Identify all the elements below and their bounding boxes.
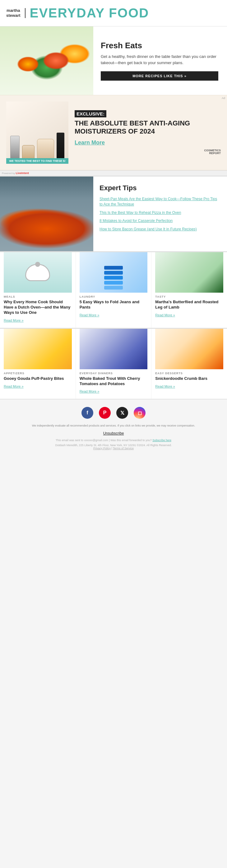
footer-legal-text: We independently evaluate all recommende… <box>20 424 207 428</box>
social-icons-row: f P 𝕏 ◻ <box>6 407 221 419</box>
col-img-snickerdoodle <box>155 329 223 369</box>
col-title-5: Whole Baked Trout With Cherry Tomatoes a… <box>79 376 148 387</box>
footer: f P 𝕏 ◻ We independently evaluate all re… <box>0 399 227 455</box>
powered-by-bar: Powered by LiveIntent <box>0 170 227 176</box>
expert-tip-1[interactable]: Sheet-Pan Meals Are the Easiest Way to C… <box>99 196 221 207</box>
cosmetics-report-brand: COSMETICS REPORT <box>204 149 221 155</box>
col-item-snickerdoodle: EASY DESSERTS Snickerdoodle Crumb Bars R… <box>152 329 227 399</box>
x-twitter-icon[interactable]: 𝕏 <box>116 407 128 419</box>
cosmetics-brand-name2: REPORT <box>204 152 221 155</box>
trout-photo <box>79 329 148 369</box>
ad-products-photo <box>6 101 68 164</box>
subscribe-here-link[interactable]: Subscribe here <box>152 439 171 442</box>
col-category-6: EASY DESSERTS <box>155 372 223 375</box>
col-item-laundry: LAUNDRY 5 Easy Ways to Fold Jeans and Pa… <box>76 252 152 328</box>
col-img-lamb <box>155 252 223 293</box>
col-title-2: 5 Easy Ways to Fold Jeans and Pants <box>79 300 148 310</box>
pinterest-icon[interactable]: P <box>99 407 111 419</box>
liveintent-logo: LiveIntent <box>15 172 29 175</box>
footer-address: Dotdash Meredith, 225 Liberty St. 4th Fl… <box>6 444 221 450</box>
col-read-more-2[interactable]: Read More » <box>79 313 99 317</box>
col-read-more-1[interactable]: Read More » <box>4 318 24 322</box>
col-read-more-3[interactable]: Read More » <box>155 313 175 317</box>
facebook-icon[interactable]: f <box>82 407 93 419</box>
product-jar-big <box>37 139 54 161</box>
dutch-oven-photo <box>4 252 72 293</box>
product-jar-tall <box>57 133 64 161</box>
expert-tip-3[interactable]: 8 Mistakes to Avoid for Casserole Perfec… <box>99 218 221 223</box>
col-item-lamb: TASTY Martha's Butterflied and Roasted L… <box>152 252 227 328</box>
unsubscribe-link[interactable]: Unsubscribe <box>6 431 221 436</box>
terms-of-service-link[interactable]: Terms of Service <box>113 447 134 450</box>
col-item-trout: EVERYDAY DINNERS Whole Baked Trout With … <box>76 329 152 399</box>
powered-by-label: Powered by <box>2 172 15 175</box>
laundry-fold-3 <box>104 276 123 280</box>
col-img-dutch-oven <box>4 252 72 293</box>
casserole-photo <box>0 177 93 251</box>
col-img-trout <box>79 329 148 369</box>
ad-image-area: WE TESTED THE BEST TO FIND THESE 5! <box>6 101 68 164</box>
hero-content: Fresh Eats Get a healthy, fresh dinner o… <box>93 27 227 95</box>
laundry-fold-4 <box>104 281 123 284</box>
appetizer-photo <box>4 329 72 369</box>
hero-section: Fresh Eats Get a healthy, fresh dinner o… <box>0 27 227 95</box>
col-read-more-5[interactable]: Read More » <box>79 390 99 393</box>
col-title-1: Why Every Home Cook Should Have a Dutch … <box>4 300 72 315</box>
privacy-policy-link[interactable]: Privacy Policy <box>93 447 111 450</box>
col-category-3: TASTY <box>155 295 223 298</box>
hero-food-photo <box>0 27 93 95</box>
ad-learn-more-link[interactable]: Learn More <box>75 140 221 146</box>
expert-image <box>0 177 93 251</box>
ad-content: EXCLUSIVE: THE ABSOLUTE BEST ANTI-AGING … <box>68 110 221 155</box>
col-category-2: LAUNDRY <box>79 295 148 298</box>
lamb-photo <box>155 252 223 293</box>
col-item-dutch-oven: MEALS Why Every Home Cook Should Have a … <box>0 252 76 328</box>
expert-content: Expert Tips Sheet-Pan Meals Are the Easi… <box>93 177 227 251</box>
laundry-stack-icon <box>104 266 123 289</box>
expert-tip-4[interactable]: How to Store Bacon Grease (and Use It in… <box>99 227 221 232</box>
ad-section: Ad WE TESTED THE BEST TO FIND THESE 5! E… <box>0 95 227 170</box>
col-title-4: Gooey Gouda Puff-Pastry Bites <box>4 376 72 381</box>
product-jar-small <box>10 136 20 161</box>
col-category-1: MEALS <box>4 295 72 298</box>
row2-columns: APPETIZERS Gooey Gouda Puff-Pastry Bites… <box>0 328 227 399</box>
hero-description: Get a healthy, fresh dinner on the table… <box>101 54 218 66</box>
col-item-appetizer: APPETIZERS Gooey Gouda Puff-Pastry Bites… <box>0 329 76 399</box>
col-title-6: Snickerdoodle Crumb Bars <box>155 376 223 381</box>
ad-badge: WE TESTED THE BEST TO FIND THESE 5! <box>6 158 68 164</box>
expert-heading: Expert Tips <box>99 184 221 192</box>
snickerdoodle-photo <box>155 329 223 369</box>
col-read-more-4[interactable]: Read More » <box>4 384 24 388</box>
laundry-fold-5 <box>104 286 123 289</box>
ad-headline: THE ABSOLUTE BEST ANTI-AGING MOISTURIZER… <box>75 119 221 136</box>
col-category-5: EVERYDAY DINNERS <box>79 372 148 375</box>
hero-heading: Fresh Eats <box>101 41 218 51</box>
ad-brand-area: COSMETICS REPORT <box>75 149 221 155</box>
laundry-fold-1 <box>104 266 123 270</box>
dutch-oven-icon <box>25 264 50 281</box>
col-read-more-6[interactable]: Read More » <box>155 384 175 388</box>
ad-exclusive-label: EXCLUSIVE: <box>75 110 106 117</box>
hero-image <box>0 27 93 95</box>
expert-tips-section: Expert Tips Sheet-Pan Meals Are the Easi… <box>0 176 227 251</box>
hero-cta-button[interactable]: MORE RECIPES LIKE THIS » <box>101 71 218 81</box>
col-img-laundry <box>79 252 148 293</box>
instagram-icon[interactable]: ◻ <box>134 407 145 419</box>
laundry-fold-2 <box>104 271 123 275</box>
laundry-photo <box>79 252 148 293</box>
footer-sent-text: This email was sent to xxxxxx@gmail.com … <box>6 439 221 442</box>
col-img-appetizer <box>4 329 72 369</box>
col-category-4: APPETIZERS <box>4 372 72 375</box>
ad-sponsored-label: Ad <box>222 96 225 100</box>
martha-stewart-logo: martha stewart <box>6 8 26 18</box>
row1-columns: MEALS Why Every Home Cook Should Have a … <box>0 251 227 328</box>
col-title-3: Martha's Butterflied and Roasted Leg of … <box>155 300 223 310</box>
publication-title: EVERYDAY FOOD <box>30 6 149 21</box>
header: martha stewart EVERYDAY FOOD <box>0 0 227 27</box>
expert-tip-2[interactable]: This Is the Best Way to Reheat Pizza in … <box>99 210 221 215</box>
